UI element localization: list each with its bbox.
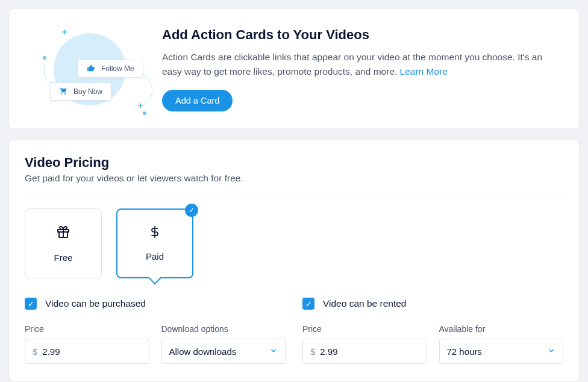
purchase-price-field[interactable] [42, 346, 141, 357]
available-for-value: 72 hours [447, 346, 482, 357]
purchase-price-label: Price [25, 324, 149, 334]
rent-price-label: Price [302, 324, 427, 334]
plan-free[interactable]: Free [25, 208, 102, 278]
download-options-label: Download options [161, 324, 286, 334]
video-pricing-panel: Video Pricing Get paid for your videos o… [8, 140, 580, 381]
plan-paid-label: Paid [146, 251, 164, 261]
download-options-value: Allow downloads [169, 346, 237, 357]
purchase-column: ✓ Video can be purchased Price $ Downloa… [25, 298, 286, 364]
plan-selector: Free ✓ Paid [25, 208, 563, 278]
available-for-select[interactable]: 72 hours [439, 339, 564, 364]
action-cards-description: Action Cards are clickable links that ap… [162, 50, 563, 79]
add-card-button[interactable]: Add a Card [162, 90, 233, 111]
action-cards-illustration: + + Follow Me Buy Now [25, 22, 145, 113]
rent-checkbox[interactable]: ✓ [302, 298, 314, 310]
purchase-price-input[interactable]: $ [25, 339, 149, 364]
thumbs-up-icon [87, 64, 95, 74]
divider [25, 195, 563, 195]
pricing-subtitle: Get paid for your videos or let viewers … [25, 173, 563, 184]
illustration-follow-label: Follow Me [101, 64, 134, 73]
action-cards-title: Add Action Cards to Your Videos [162, 27, 563, 43]
pricing-title: Video Pricing [25, 155, 563, 171]
rent-price-field[interactable] [320, 346, 419, 357]
dollar-icon [149, 226, 161, 242]
purchase-checkbox[interactable]: ✓ [25, 298, 37, 310]
illustration-buy-chip: Buy Now [50, 83, 111, 101]
illustration-follow-chip: Follow Me [78, 60, 143, 78]
plan-paid[interactable]: ✓ Paid [116, 208, 193, 278]
rent-checkbox-label: Video can be rented [323, 298, 406, 309]
currency-symbol: $ [310, 346, 315, 357]
plan-free-label: Free [54, 252, 73, 263]
illustration-buy-label: Buy Now [74, 87, 102, 96]
cart-icon [59, 87, 67, 96]
gift-icon [56, 225, 70, 243]
check-icon: ✓ [185, 204, 198, 217]
learn-more-link[interactable]: Learn More [400, 66, 448, 77]
rent-column: ✓ Video can be rented Price $ Available … [302, 298, 563, 364]
chevron-down-icon [547, 346, 555, 357]
action-cards-panel: + + Follow Me Buy Now Add Action Cards t… [8, 8, 580, 129]
download-options-select[interactable]: Allow downloads [161, 339, 286, 364]
rent-price-input[interactable]: $ [302, 339, 427, 364]
chevron-down-icon [269, 346, 278, 357]
currency-symbol: $ [33, 346, 37, 357]
purchase-checkbox-label: Video can be purchased [45, 298, 146, 309]
available-for-label: Available for [439, 324, 564, 334]
